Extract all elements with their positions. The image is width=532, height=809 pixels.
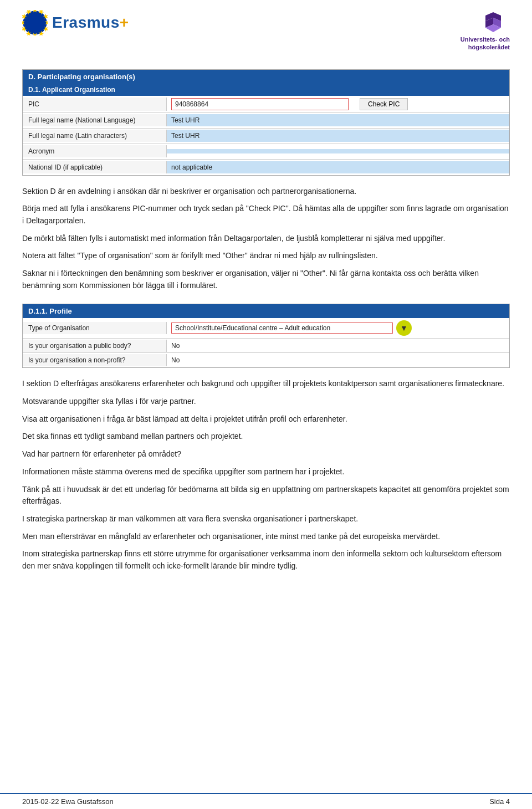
national-id-row: National ID (if applicable) not applicab… <box>23 160 509 175</box>
pic-input[interactable]: 940868864 <box>171 98 349 110</box>
type-of-org-select[interactable]: School/Institute/Educational centre – Ad… <box>171 322 393 334</box>
svg-point-0 <box>23 11 47 35</box>
public-body-value: No <box>167 340 509 352</box>
full-legal-latin-row: Full legal name (Latin characters) Test … <box>23 129 509 144</box>
public-body-row: Is your organisation a public body? No <box>23 339 509 353</box>
para-1: Sektion D är en avdelning i ansökan där … <box>22 186 510 198</box>
non-profit-label: Is your organisation a non-profit? <box>23 354 167 366</box>
national-id-value: not applicable <box>167 161 509 173</box>
acronym-value <box>167 149 509 153</box>
public-body-label: Is your organisation a public body? <box>23 340 167 352</box>
para-5: Saknar ni i förteckningen den benämning … <box>22 268 510 291</box>
acronym-label: Acronym <box>23 145 167 157</box>
footer-date-author: 2015-02-22 Ewa Gustafsson <box>22 797 114 806</box>
para2-10: Inom strategiska partnerskap finns ett s… <box>22 548 510 572</box>
acronym-row: Acronym <box>23 144 509 160</box>
erasmus-logo: Erasmus+ <box>22 10 129 35</box>
non-profit-value: No <box>167 354 509 366</box>
eu-stars-icon <box>22 10 48 35</box>
para-3: De mörkt blå fälten fylls i automatiskt … <box>22 233 510 245</box>
para2-3: Visa att organisationen i fråga är bäst … <box>22 413 510 426</box>
erasmus-label: Erasmus+ <box>52 14 129 32</box>
type-of-org-value: School/Institute/Educational centre – Ad… <box>167 318 509 338</box>
section-d1-subheader: D.1. Applicant Organisation <box>23 84 509 96</box>
full-legal-latin-value: Test UHR <box>167 130 509 142</box>
full-legal-national-value: Test UHR <box>167 114 509 126</box>
page-header: Erasmus+ Universitets- och högskolerådet <box>0 0 532 57</box>
uhr-text: Universitets- och högskolerådet <box>461 35 510 52</box>
para2-2: Motsvarande uppgifter ska fyllas i för v… <box>22 396 510 408</box>
full-legal-national-label: Full legal name (National Language) <box>23 114 167 126</box>
para-4: Notera att fältet "Type of organisation"… <box>22 250 510 262</box>
non-profit-row: Is your organisation a non-profit? No <box>23 353 509 367</box>
profile-header: D.1.1. Profile <box>23 304 509 318</box>
para2-6: Informationen måste stämma överens med d… <box>22 466 510 478</box>
para-2: Börja med att fylla i ansökarens PIC-num… <box>22 203 510 227</box>
uhr-icon <box>477 10 510 35</box>
page-footer: 2015-02-22 Ewa Gustafsson Sida 4 <box>0 793 532 809</box>
para2-4: Det ska finnas ett tydligt samband mella… <box>22 431 510 443</box>
section-d-header: D. Participating organisation(s) <box>23 70 509 84</box>
type-of-org-label: Type of Organisation <box>23 322 167 334</box>
profile-section: D.1.1. Profile Type of Organisation Scho… <box>22 304 510 368</box>
type-of-org-row: Type of Organisation School/Institute/Ed… <box>23 318 509 339</box>
para2-7: Tänk på att i huvudsak är det ett underl… <box>22 484 510 508</box>
pic-value-area: 940868864 Check PIC <box>167 96 509 112</box>
pic-label: PIC <box>23 98 167 111</box>
full-legal-latin-label: Full legal name (Latin characters) <box>23 130 167 142</box>
section-d-form: D. Participating organisation(s) D.1. Ap… <box>22 69 510 176</box>
para2-8: I strategiska partnerskap är man välkomm… <box>22 513 510 525</box>
national-id-label: National ID (if applicable) <box>23 161 167 173</box>
para2-5: Vad har partnern för erfarenheter på omr… <box>22 448 510 460</box>
full-legal-national-row: Full legal name (National Language) Test… <box>23 113 509 129</box>
para2-9: Men man eftersträvar en mångfald av erfa… <box>22 531 510 543</box>
uhr-logo: Universitets- och högskolerådet <box>461 10 510 52</box>
footer-page-number: Sida 4 <box>489 797 510 806</box>
pic-row: PIC 940868864 Check PIC <box>23 96 509 113</box>
check-pic-button[interactable]: Check PIC <box>360 98 408 110</box>
page-content: D. Participating organisation(s) D.1. Ap… <box>0 69 532 572</box>
dropdown-indicator[interactable]: ▼ <box>396 320 412 336</box>
para2-1: I sektion D efterfrågas ansökarens erfar… <box>22 378 510 390</box>
erasmus-plus-sign: + <box>120 14 129 31</box>
